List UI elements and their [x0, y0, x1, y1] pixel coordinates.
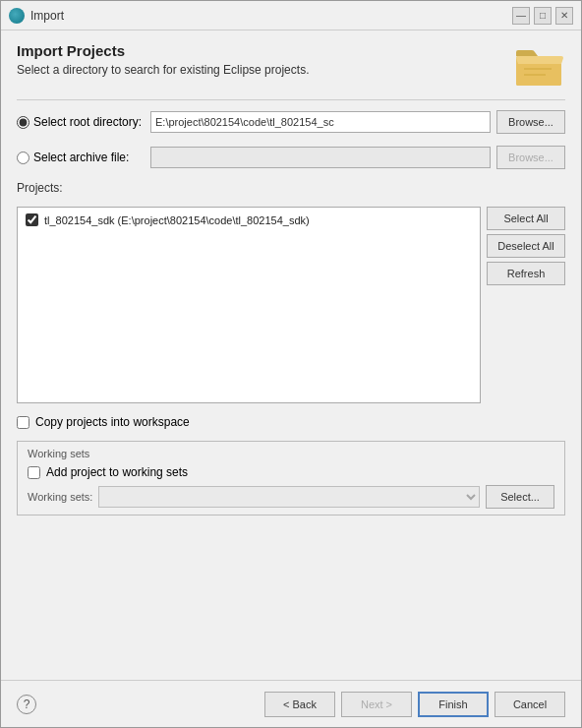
close-button[interactable]: ✕	[555, 7, 573, 25]
projects-label: Projects:	[17, 181, 565, 195]
page-header: Import Projects Select a directory to se…	[17, 42, 565, 90]
archive-file-row: Select archive file: Browse...	[17, 146, 565, 169]
footer-buttons: < Back Next > Finish Cancel	[264, 692, 565, 717]
projects-list[interactable]: tl_802154_sdk (E:\project\802154\code\tl…	[17, 207, 481, 403]
window-title: Import	[30, 9, 64, 23]
title-bar: Import — □ ✕	[1, 1, 581, 30]
root-directory-radio-label[interactable]: Select root directory:	[17, 115, 145, 129]
project-label: tl_802154_sdk (E:\project\802154\code\tl…	[44, 214, 310, 226]
refresh-button[interactable]: Refresh	[487, 262, 565, 285]
svg-rect-2	[524, 68, 552, 70]
header-text: Import Projects Select a directory to se…	[17, 42, 504, 77]
archive-file-radio[interactable]	[17, 152, 29, 164]
select-all-button[interactable]: Select All	[487, 207, 565, 230]
page-subtitle: Select a directory to search for existin…	[17, 63, 504, 77]
copy-projects-checkbox[interactable]	[17, 416, 29, 429]
archive-file-input[interactable]	[150, 147, 491, 168]
finish-button[interactable]: Finish	[418, 692, 489, 717]
deselect-all-button[interactable]: Deselect All	[487, 234, 565, 258]
project-action-buttons: Select All Deselect All Refresh	[487, 207, 565, 403]
minimize-button[interactable]: —	[512, 7, 530, 25]
projects-area: tl_802154_sdk (E:\project\802154\code\tl…	[17, 207, 565, 403]
back-button[interactable]: < Back	[264, 692, 335, 717]
working-sets-title: Working sets	[28, 448, 554, 459]
app-icon	[9, 8, 25, 24]
browse-root-button[interactable]: Browse...	[496, 110, 565, 134]
project-checkbox[interactable]	[26, 213, 38, 226]
root-directory-row: Select root directory: Browse...	[17, 110, 565, 134]
working-sets-label: Working sets:	[28, 491, 92, 503]
folder-svg	[514, 42, 565, 90]
copy-projects-row: Copy projects into workspace	[17, 415, 565, 429]
maximize-button[interactable]: □	[534, 7, 552, 25]
working-sets-group: Working sets Add project to working sets…	[17, 441, 565, 516]
working-sets-select-row: Working sets: Select...	[28, 485, 554, 509]
page-title: Import Projects	[17, 42, 504, 59]
copy-projects-label: Copy projects into workspace	[35, 415, 190, 429]
working-sets-dropdown[interactable]	[98, 486, 480, 508]
add-to-working-sets-checkbox[interactable]	[28, 466, 40, 479]
folder-icon	[514, 42, 565, 90]
help-button[interactable]: ?	[17, 695, 36, 714]
separator-1	[17, 99, 565, 100]
window-controls: — □ ✕	[512, 7, 573, 25]
add-to-working-sets-row: Add project to working sets	[28, 465, 554, 479]
browse-archive-button[interactable]: Browse...	[496, 146, 565, 169]
dialog-footer: ? < Back Next > Finish Cancel	[1, 680, 581, 727]
main-content: Import Projects Select a directory to se…	[1, 30, 581, 680]
add-to-working-sets-label: Add project to working sets	[46, 465, 188, 479]
working-sets-select-button[interactable]: Select...	[486, 485, 554, 509]
svg-rect-3	[524, 74, 546, 76]
root-directory-radio[interactable]	[17, 116, 29, 129]
project-item: tl_802154_sdk (E:\project\802154\code\tl…	[22, 212, 476, 228]
import-window: Import — □ ✕ Import Projects Select a di…	[0, 0, 582, 728]
root-directory-input[interactable]	[150, 111, 491, 133]
archive-file-radio-label[interactable]: Select archive file:	[17, 151, 145, 164]
footer-left: ?	[17, 695, 36, 714]
next-button[interactable]: Next >	[341, 692, 412, 717]
cancel-button[interactable]: Cancel	[495, 692, 565, 717]
